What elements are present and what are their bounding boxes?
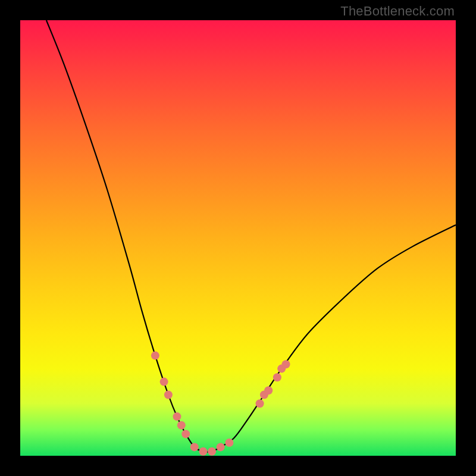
data-marker (273, 373, 281, 381)
data-marker (177, 421, 186, 430)
data-marker (181, 430, 190, 438)
data-marker (190, 443, 199, 451)
data-marker (199, 447, 207, 456)
plot-area (20, 20, 456, 456)
data-marker (225, 439, 233, 447)
data-marker (173, 412, 181, 421)
data-marker (217, 443, 225, 451)
bottleneck-curve (46, 20, 456, 452)
data-marker (164, 391, 173, 399)
data-marker (151, 352, 159, 360)
data-marker (160, 378, 168, 386)
data-marker (282, 360, 290, 368)
watermark-text: TheBottleneck.com (340, 4, 455, 19)
data-marker (264, 386, 273, 394)
bottleneck-curve-svg (20, 20, 456, 456)
data-marker (208, 447, 216, 456)
chart-frame: TheBottleneck.com (0, 0, 476, 476)
data-marker (256, 399, 264, 408)
